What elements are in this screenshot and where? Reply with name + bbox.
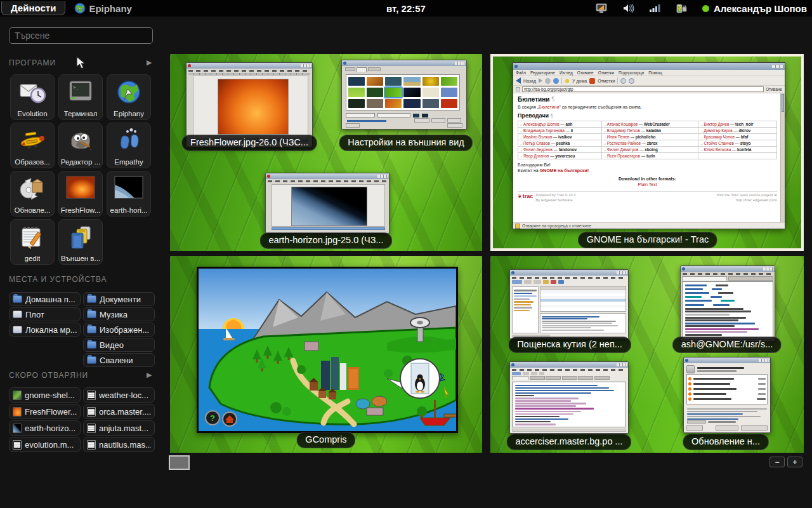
app-gimp[interactable]: Редактор ...: [58, 123, 103, 168]
back-icon[interactable]: [516, 77, 521, 84]
titlebar: [513, 63, 785, 70]
gnome-shell-overview: Дейности Epiphany вт, 22:57: [0, 0, 812, 508]
window-label-trac: GNOME на български! - Trac: [578, 232, 717, 248]
home-button[interactable]: [223, 412, 237, 426]
text-document-icon: [87, 440, 96, 450]
forward-icon[interactable]: [539, 78, 542, 83]
battery-icon[interactable]: [676, 3, 688, 14]
evolution-icon: [18, 79, 46, 105]
display-icon[interactable]: [596, 3, 608, 13]
place-videos[interactable]: Видео: [83, 338, 155, 352]
recent-expander-icon[interactable]: ▶: [147, 371, 152, 379]
place-documents[interactable]: Документи: [83, 292, 155, 306]
app-software-update[interactable]: Обновле...: [10, 171, 55, 217]
add-workspace-button[interactable]: +: [787, 457, 802, 467]
text-document-icon: [13, 440, 22, 450]
window-label-mailbox: Пощенска кутия (2 неп...: [508, 337, 631, 353]
window-epiphany-trac[interactable]: ФайлРедактиране ИзгледОтиване ОтметкиПод…: [513, 62, 785, 229]
browser-menubar[interactable]: ФайлРедактиране ИзгледОтиване ОтметкиПод…: [513, 70, 785, 76]
app-menu-button[interactable]: Epiphany: [74, 3, 132, 14]
clock[interactable]: вт, 22:57: [386, 3, 426, 14]
app-evolution[interactable]: Evolution: [10, 74, 55, 120]
window-gcompris[interactable]: ?: [197, 267, 458, 433]
activities-button[interactable]: Дейности: [1, 1, 65, 15]
recent-earth-horizon[interactable]: earth-horizo...: [9, 420, 81, 436]
url-input[interactable]: http://fsa-bg.org/project/gtp: [522, 86, 764, 92]
titlebar: [681, 266, 775, 272]
window-gedit-po[interactable]: [509, 361, 629, 434]
search-input[interactable]: [9, 27, 153, 44]
zoom-out-icon[interactable]: [629, 78, 634, 84]
gimp-canvas-earth: [291, 187, 367, 226]
help-button[interactable]: [686, 425, 703, 431]
reload-icon[interactable]: [553, 78, 559, 84]
app-epiphany[interactable]: Epiphany: [107, 74, 151, 120]
app-earth-image[interactable]: earth-hori...: [107, 171, 151, 217]
recent-anjuta-master[interactable]: anjuta.mast...: [83, 420, 155, 436]
window-label-gedit: accerciser.master.bg.po ...: [506, 434, 631, 450]
app-empathy[interactable]: Empathy: [107, 123, 151, 168]
url-bar[interactable]: http://fsa-bg.org/project/gtp Отиване: [513, 86, 785, 93]
stop-icon[interactable]: [545, 78, 551, 84]
updates-list[interactable]: [686, 374, 768, 404]
message-list-pane[interactable]: [540, 286, 626, 312]
recent-nautilus-master[interactable]: nautilus.mas...: [83, 437, 155, 452]
place-home[interactable]: Домашна п...: [9, 292, 81, 306]
window-update-manager[interactable]: [683, 357, 771, 433]
place-music[interactable]: Музика: [83, 307, 155, 321]
user-menu[interactable]: Александър Шопов: [702, 3, 807, 14]
recent-gnome-shell[interactable]: gnome-shel...: [9, 387, 81, 403]
app-gedit[interactable]: gedit: [10, 219, 55, 265]
volume-icon[interactable]: [622, 3, 635, 13]
browser-toolbar[interactable]: Назад У дома Отметки: [513, 76, 785, 86]
help-button[interactable]: ?: [206, 411, 219, 425]
biplane-icon: [18, 128, 47, 153]
folder-tree-pane[interactable]: [512, 286, 539, 333]
programs-header: ПРОГРАМИ: [9, 58, 56, 67]
programs-expander-icon[interactable]: ▶: [147, 58, 152, 67]
app-terminal[interactable]: >_ Терминал: [58, 74, 103, 120]
recent-evolution-file[interactable]: evolution.m...: [9, 437, 81, 452]
check-button[interactable]: [716, 425, 738, 431]
presence-available-icon: [702, 5, 709, 12]
globe-icon: [115, 79, 142, 106]
window-label-appearance: Настройки на външния вид: [339, 135, 473, 151]
recent-freshflower[interactable]: FreshFlower...: [9, 404, 81, 419]
wallpaper-grid[interactable]: [346, 74, 460, 110]
zoom-in-icon[interactable]: [620, 78, 626, 84]
translators-table: Александър Шопов — ash Атанас Кошаров — …: [518, 121, 777, 159]
install-button[interactable]: [741, 425, 768, 431]
plain-text-link[interactable]: Plain Text: [518, 182, 777, 187]
place-desktop[interactable]: Плот: [9, 307, 81, 321]
window-gimp-earth[interactable]: [265, 173, 390, 234]
bulletins-link[interactable]: Бюлетини: [539, 105, 559, 109]
place-pictures[interactable]: Изображен...: [83, 323, 155, 337]
selected-wallpaper[interactable]: [385, 88, 402, 97]
window-evolution-mail[interactable]: [509, 269, 629, 339]
workspace-indicator[interactable]: [169, 455, 190, 470]
text-editor-content[interactable]: [512, 382, 626, 427]
window-appearance-prefs[interactable]: [341, 60, 467, 130]
app-freshflower-image[interactable]: FreshFlow...: [58, 171, 103, 217]
bookmarks-icon[interactable]: [589, 78, 595, 84]
app-appearance[interactable]: Външен в...: [58, 219, 103, 265]
network-signal-icon[interactable]: [649, 3, 662, 13]
system-status-area: Александър Шопов: [596, 0, 807, 17]
terminal-content[interactable]: [682, 281, 773, 340]
team-link[interactable]: GNOME на български!: [540, 168, 589, 173]
go-button[interactable]: Отиване: [766, 87, 782, 91]
folder-documents-icon: [87, 295, 96, 303]
app-gcompris[interactable]: Образов...: [10, 123, 55, 168]
window-terminal[interactable]: [680, 265, 775, 342]
statusbar: Отваряне на прозореца с отметките: [513, 222, 785, 229]
image-thumbnail-earth-icon: [114, 176, 143, 199]
place-downloads[interactable]: Свалени: [83, 353, 155, 367]
earth-thumbnail-icon: [13, 424, 22, 433]
recent-weather-loc[interactable]: weather-loc...: [83, 387, 155, 403]
recent-orca-master[interactable]: orca.master....: [83, 404, 155, 419]
scrollbar[interactable]: [780, 93, 785, 222]
place-network[interactable]: Локална мр...: [9, 323, 81, 337]
home-icon[interactable]: [565, 79, 570, 83]
remove-workspace-button[interactable]: −: [769, 457, 785, 467]
screenshot-thumbnail-icon: [13, 391, 22, 400]
